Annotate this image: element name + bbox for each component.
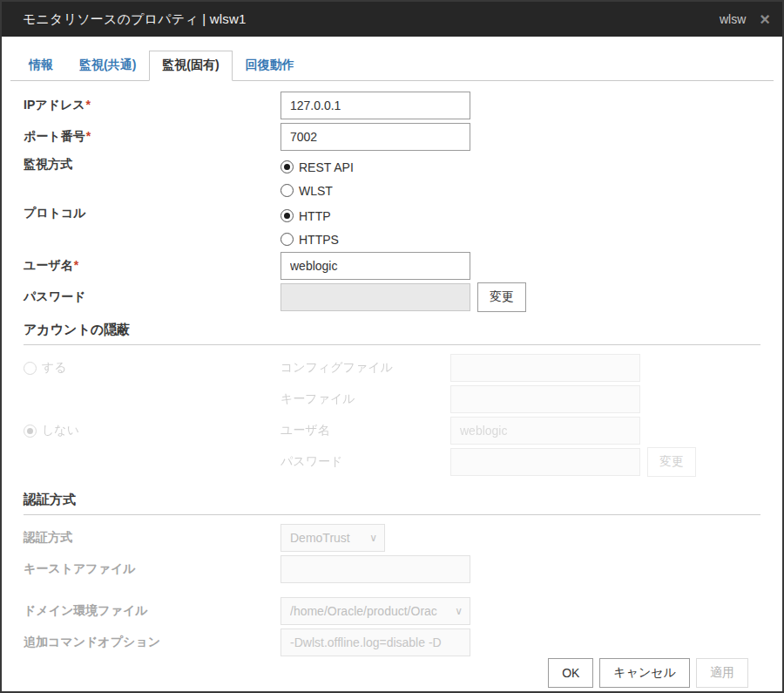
radio-checked-icon[interactable]: [280, 160, 294, 173]
monitor-method-radio-group: REST API WLST: [280, 157, 760, 199]
https-radio-option[interactable]: HTTPS: [280, 231, 760, 248]
keystore-input: [280, 555, 470, 583]
shadow-config-row: する コンフィグファイル: [24, 352, 760, 384]
auth-method-selected-value: DemoTrust: [290, 531, 350, 545]
shadow-enable-radio-option: する: [24, 360, 280, 377]
port-number-field-cell: [280, 123, 760, 151]
auth-method-field-cell: DemoTrust ∨: [280, 524, 760, 552]
shadow-keyfile-row: キーファイル: [24, 384, 760, 415]
ok-button[interactable]: OK: [548, 658, 593, 688]
account-shadow-section-header: アカウントの隠蔽: [24, 322, 760, 345]
shadow-password-input: [450, 448, 640, 476]
close-icon[interactable]: ×: [760, 10, 770, 28]
radio-unchecked-icon[interactable]: [280, 184, 294, 197]
monitor-method-row: 監視方式 REST API WLST: [24, 153, 760, 201]
domain-env-row: ドメイン環境ファイル /home/Oracle/product/Orac ∨: [24, 595, 760, 627]
shadow-config-file-label: コンフィグファイル: [280, 360, 450, 376]
tab-monitor-common[interactable]: 監視(共通): [66, 51, 149, 80]
http-radio-label: HTTP: [299, 209, 331, 223]
keystore-field-cell: [280, 555, 760, 583]
shadow-key-file-input: [450, 385, 640, 413]
password-input: [280, 283, 470, 311]
radio-checked-icon: [24, 425, 37, 438]
auth-method-select: DemoTrust ∨: [280, 524, 385, 552]
dialog-footer: OK キャンセル 適用: [24, 658, 760, 693]
port-number-label: ポート番号*: [24, 129, 280, 145]
protocol-label: プロトコル: [24, 206, 280, 221]
shadow-enable-radio-label: する: [42, 360, 67, 376]
keystore-row: キーストアファイル: [24, 554, 760, 585]
domain-env-selected-value: /home/Oracle/product/Orac: [290, 604, 437, 618]
protocol-radio-group: HTTP HTTPS: [280, 206, 760, 248]
https-radio-label: HTTPS: [299, 233, 339, 247]
shadow-username-input: [450, 417, 640, 445]
domain-env-field-cell: /home/Oracle/product/Orac ∨: [280, 597, 760, 625]
shadow-config-file-cell: [450, 354, 760, 382]
ip-address-input[interactable]: [280, 92, 470, 119]
keystore-label: キーストアファイル: [24, 561, 280, 577]
shadow-disable-radio-option: しない: [24, 423, 280, 439]
shadow-key-file-cell: [450, 385, 760, 413]
port-number-input[interactable]: [280, 123, 470, 151]
extra-options-label: 追加コマンドオプション: [24, 635, 280, 650]
required-asterisk: *: [86, 98, 91, 112]
domain-env-label: ドメイン環境ファイル: [24, 603, 280, 619]
wlst-radio-label: WLST: [299, 184, 333, 198]
shadow-key-file-label: キーファイル: [280, 391, 450, 407]
extra-options-input: [280, 628, 470, 656]
section-gap: [24, 585, 760, 595]
shadow-config-file-input: [450, 354, 640, 382]
shadow-username-cell: [450, 417, 760, 445]
rest-api-radio-option[interactable]: REST API: [280, 159, 760, 175]
required-asterisk: *: [86, 129, 91, 143]
rest-api-radio-label: REST API: [299, 160, 354, 174]
titlebar-user-label: wlsw: [720, 12, 746, 26]
username-label-text: ユーザ名: [24, 258, 73, 272]
tab-info[interactable]: 情報: [16, 51, 66, 80]
shadow-password-change-button: 変更: [647, 447, 696, 477]
monitor-resource-properties-dialog: モニタリソースのプロパティ | wlsw1 wlsw × 情報 監視(共通) 監…: [0, 0, 784, 693]
http-radio-option[interactable]: HTTP: [280, 207, 760, 224]
tab-bar: 情報 監視(共通) 監視(固有) 回復動作: [10, 51, 774, 81]
cancel-button[interactable]: キャンセル: [599, 658, 690, 688]
titlebar: モニタリソースのプロパティ | wlsw1 wlsw ×: [2, 2, 782, 37]
shadow-password-row: パスワード 変更: [24, 446, 760, 478]
dialog-title: モニタリソースのプロパティ | wlsw1: [23, 11, 247, 28]
chevron-down-icon: ∨: [455, 605, 463, 617]
wlst-radio-option[interactable]: WLST: [280, 182, 760, 199]
username-row: ユーザ名*: [24, 250, 760, 282]
tab-content: IPアドレス* ポート番号* 監視方式 REST API WLST: [2, 81, 782, 693]
username-field-cell: [280, 252, 760, 280]
radio-unchecked-icon: [24, 362, 37, 375]
extra-options-field-cell: [280, 628, 760, 656]
password-field-cell: 変更: [280, 282, 760, 312]
username-input[interactable]: [280, 252, 470, 280]
tab-monitor-specific[interactable]: 監視(固有): [149, 51, 232, 81]
radio-checked-icon[interactable]: [280, 209, 294, 222]
ip-address-field-cell: [280, 92, 760, 119]
tab-recovery[interactable]: 回復動作: [233, 51, 308, 80]
ip-address-row: IPアドレス*: [24, 90, 760, 121]
port-number-row: ポート番号*: [24, 121, 760, 153]
password-row: パスワード 変更: [24, 282, 760, 313]
apply-button: 適用: [696, 658, 748, 688]
shadow-password-label: パスワード: [280, 454, 450, 470]
extra-options-row: 追加コマンドオプション: [24, 627, 760, 658]
chevron-down-icon: ∨: [369, 532, 377, 544]
account-shadow-section: する コンフィグファイル キーファイル しない ユーザ名: [24, 352, 760, 478]
domain-env-select: /home/Oracle/product/Orac ∨: [280, 597, 470, 625]
username-label: ユーザ名*: [24, 258, 280, 274]
shadow-username-row: しない ユーザ名: [24, 415, 760, 446]
shadow-disable-radio-label: しない: [42, 423, 79, 438]
ip-address-label: IPアドレス*: [24, 98, 280, 113]
monitor-method-label: 監視方式: [24, 157, 280, 173]
password-change-button[interactable]: 変更: [477, 282, 526, 312]
shadow-password-cell: 変更: [450, 447, 760, 477]
password-label: パスワード: [24, 289, 280, 305]
radio-unchecked-icon[interactable]: [280, 233, 294, 246]
ip-address-label-text: IPアドレス: [24, 98, 85, 112]
shadow-username-label: ユーザ名: [280, 423, 450, 438]
protocol-row: プロトコル HTTP HTTPS: [24, 201, 760, 250]
auth-method-row: 認証方式 DemoTrust ∨: [24, 522, 760, 554]
port-number-label-text: ポート番号: [24, 129, 85, 143]
